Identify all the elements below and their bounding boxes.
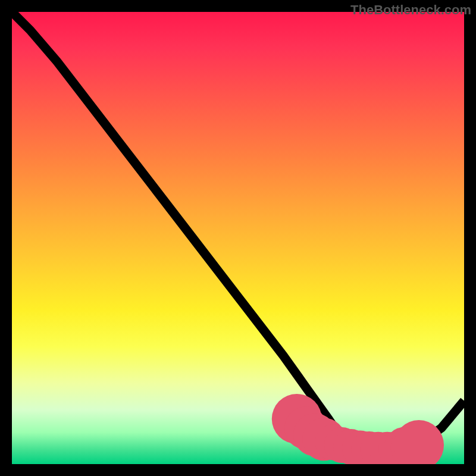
chart-svg [12,12,464,464]
bottleneck-curve-line [12,12,464,450]
sweet-spot-markers [272,394,444,464]
watermark-text: TheBottleneck.com [350,2,471,18]
chart-plot-area [12,12,464,464]
